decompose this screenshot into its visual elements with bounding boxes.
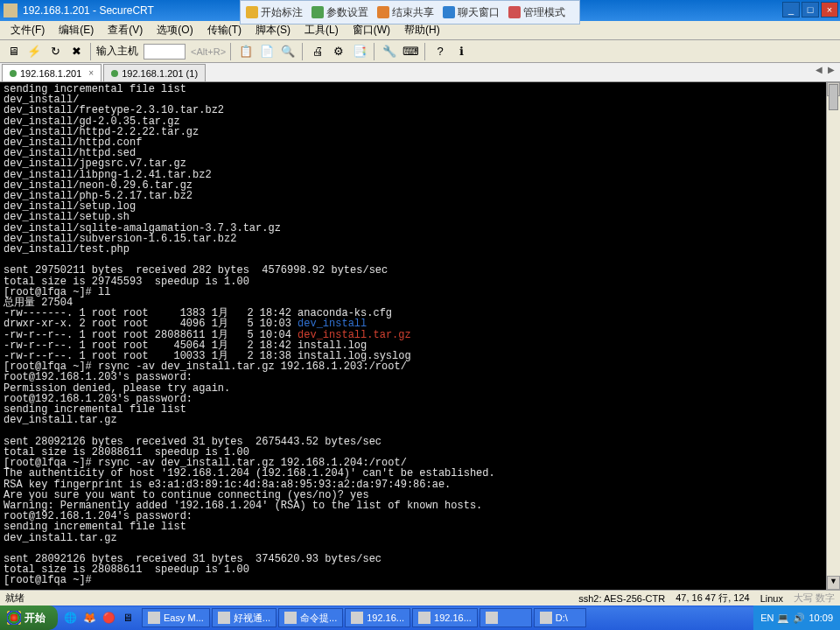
browser-icon[interactable]: 🦊	[80, 609, 98, 626]
menu-item-2[interactable]: 查看(V)	[102, 21, 148, 39]
taskbar-app-icon	[284, 612, 297, 624]
maximize-button[interactable]: □	[802, 2, 819, 18]
script-button[interactable]: ⌨	[401, 42, 420, 61]
taskbar-item-label: 好视通...	[234, 612, 270, 625]
help-button[interactable]: ?	[430, 42, 450, 61]
scroll-down-button[interactable]: ▼	[827, 576, 840, 590]
toolbar-item-label: 聊天窗口	[458, 5, 500, 20]
terminal-line: dev_install.tar.gz	[4, 533, 836, 543]
taskbar-app-icon	[418, 612, 430, 624]
status-protocol: ssh2: AES-256-CTR	[578, 593, 665, 604]
terminal-line: total size is 29745593 speedup is 1.00	[4, 276, 836, 287]
app-icon	[4, 4, 18, 18]
windows-taskbar: 开始 🌐 🦊 🔴 🖥 Easy M...好视通...命令提...192.16..…	[0, 606, 840, 630]
tab-label: 192.168.1.201 (1)	[122, 68, 198, 79]
taskbar-item-4[interactable]: 192.16...	[412, 608, 478, 627]
share-toolbar-item-2[interactable]: 结束共享	[377, 5, 434, 20]
close-button[interactable]: ×	[821, 2, 838, 18]
separator	[90, 43, 92, 60]
ie-icon[interactable]: 🌐	[61, 609, 79, 626]
terminal-line: sending incremental file list	[4, 84, 836, 94]
toolbar-item-label: 结束共享	[392, 5, 434, 20]
taskbar-item-label: 192.16...	[367, 612, 404, 623]
tab-close-icon[interactable]: ×	[88, 68, 94, 78]
host-input[interactable]	[144, 44, 186, 60]
reconnect-button[interactable]: ↻	[46, 42, 65, 61]
toolbar-item-icon	[377, 6, 389, 18]
minimize-button[interactable]: _	[782, 2, 800, 18]
tab-label: 192.168.1.201	[20, 68, 81, 79]
scroll-thumb[interactable]	[829, 84, 838, 110]
taskbar-item-3[interactable]: 192.16...	[345, 608, 410, 627]
tray-icon-1[interactable]: 💻	[777, 612, 789, 624]
tray-icon-2[interactable]: 🔊	[793, 612, 805, 624]
toolbar-item-icon	[443, 6, 455, 18]
taskbar-item-label: 命令提...	[300, 612, 337, 625]
terminal-line: sending incremental file list	[4, 522, 836, 532]
chrome-icon[interactable]: 🔴	[100, 609, 117, 626]
tray-clock[interactable]: 10:09	[808, 612, 833, 623]
toolbar-item-label: 管理模式	[523, 5, 565, 20]
host-shortcut-hint: <Alt+R>	[191, 46, 226, 57]
taskbar-item-0[interactable]: Easy M...	[142, 608, 210, 627]
taskbar-item-label: D:\	[556, 612, 568, 623]
taskbar-item-2[interactable]: 命令提...	[278, 608, 343, 627]
paste-button[interactable]: 📄	[257, 42, 276, 61]
terminal-line: [root@lfqa ~]# ll	[4, 287, 836, 298]
print-button[interactable]: 🖨	[308, 42, 327, 61]
share-toolbar-item-0[interactable]: 开始标注	[246, 5, 303, 20]
menu-item-3[interactable]: 选项(O)	[151, 21, 198, 39]
status-caps: 大写 数字	[794, 592, 835, 605]
taskbar-item-6[interactable]: D:\	[534, 608, 586, 627]
copy-button[interactable]: 📋	[236, 42, 256, 61]
windows-logo-icon	[7, 611, 21, 625]
task-items: Easy M...好视通...命令提...192.16...192.16...D…	[142, 608, 753, 627]
terminal-line: dev_install/jpegsrc.v7.tar.gz	[4, 158, 836, 169]
share-toolbar-item-3[interactable]: 聊天窗口	[443, 5, 500, 20]
find-button[interactable]: 🔍	[278, 42, 298, 61]
terminal-output[interactable]: sending incremental file listdev_install…	[0, 82, 840, 590]
toolbar-item-icon	[312, 6, 324, 18]
taskbar-app-icon	[218, 612, 230, 624]
quick-connect-button[interactable]: ⚡	[24, 42, 44, 61]
taskbar-item-1[interactable]: 好视通...	[212, 608, 276, 627]
share-toolbar-item-1[interactable]: 参数设置	[312, 5, 368, 20]
separator	[302, 43, 304, 60]
terminal-line: dev_install.tar.gz	[4, 415, 836, 425]
toolbar: 🖥 ⚡ ↻ ✖ 输入主机 <Alt+R> 📋 📄 🔍 🖨 ⚙ 📑 🔧 ⌨ ? ℹ	[0, 40, 840, 63]
vertical-scrollbar[interactable]: ▲ ▼	[826, 82, 840, 590]
start-button[interactable]: 开始	[0, 606, 58, 630]
disconnect-button[interactable]: ✖	[66, 42, 86, 61]
desktop-icon[interactable]: 🖥	[119, 609, 136, 626]
lang-indicator[interactable]: EN	[760, 612, 774, 623]
tab-prev-button[interactable]: ◀	[814, 65, 824, 74]
tab-status-icon	[111, 70, 118, 77]
terminal-line: dev_install/sqlite-amalgamation-3.7.3.ta…	[4, 223, 836, 234]
statusbar: 就绪 ssh2: AES-256-CTR 47, 16 47 行, 124 Li…	[0, 590, 840, 606]
menu-item-0[interactable]: 文件(F)	[5, 21, 50, 39]
screen-share-toolbar[interactable]: 开始标注参数设置结束共享聊天窗口管理模式	[240, 0, 580, 24]
window-title: 192.168.1.201 - SecureCRT	[23, 4, 154, 17]
status-os: Linux	[760, 593, 783, 604]
separator	[230, 43, 232, 60]
status-ready: 就绪	[5, 592, 568, 605]
about-button[interactable]: ℹ	[452, 42, 471, 61]
taskbar-item-label: 192.16...	[434, 612, 472, 623]
terminal-pane: sending incremental file listdev_install…	[0, 82, 840, 590]
host-label: 输入主机	[96, 44, 138, 59]
session-tab-1[interactable]: 192.168.1.201 (1)	[103, 64, 206, 81]
taskbar-item-label: Easy M...	[164, 612, 204, 623]
connect-button[interactable]: 🖥	[4, 42, 23, 61]
terminal-line: sent 29750211 bytes received 282 bytes 4…	[4, 265, 836, 276]
options-button[interactable]: ⚙	[329, 42, 348, 61]
session-options-button[interactable]: 📑	[350, 42, 369, 61]
tab-next-button[interactable]: ▶	[826, 65, 836, 74]
toolbar-item-label: 参数设置	[326, 5, 368, 20]
share-toolbar-item-4[interactable]: 管理模式	[508, 5, 565, 20]
tools-button[interactable]: 🔧	[380, 42, 399, 61]
taskbar-item-5[interactable]	[480, 608, 532, 627]
tab-status-icon	[10, 70, 17, 77]
separator	[424, 43, 426, 60]
menu-item-1[interactable]: 编辑(E)	[53, 21, 99, 39]
session-tab-0[interactable]: 192.168.1.201×	[2, 64, 102, 81]
